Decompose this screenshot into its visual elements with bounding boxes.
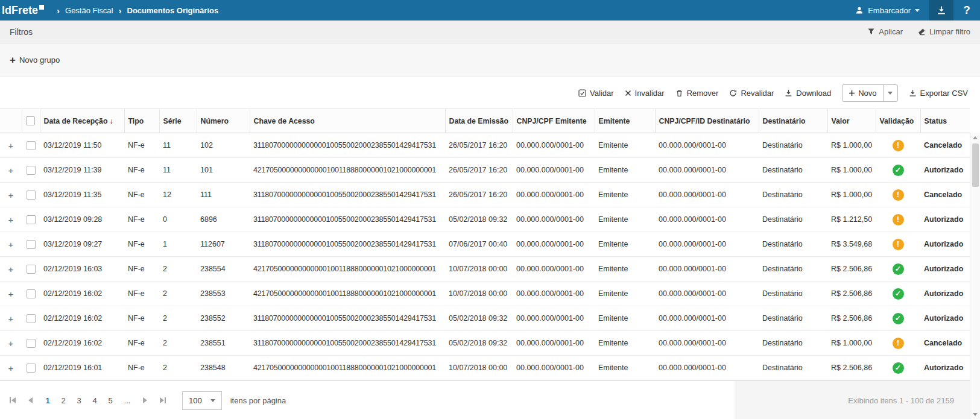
vertical-scrollbar[interactable] xyxy=(970,133,980,419)
scroll-down-icon xyxy=(973,413,978,416)
page-button-5[interactable]: 5 xyxy=(103,392,118,409)
expand-row-button[interactable]: + xyxy=(8,338,14,348)
page-button-1[interactable]: 1 xyxy=(40,392,55,409)
validate-button[interactable]: Validar xyxy=(578,89,614,98)
page-button-3[interactable]: 3 xyxy=(71,392,87,409)
row-checkbox[interactable] xyxy=(27,166,36,175)
col-validacao[interactable]: Validação xyxy=(876,109,920,133)
user-menu[interactable]: Embarcador xyxy=(846,0,929,20)
cell-serie: 1 xyxy=(159,232,197,257)
scroll-up-button[interactable] xyxy=(970,133,980,142)
breadcrumb-documentos-originarios[interactable]: Documentos Originários xyxy=(127,6,219,15)
cell-chave-de-acesso: 4217050000000000001001188800000010210000… xyxy=(250,356,445,380)
cell-chave-de-acesso: 4217050000000000001001188800000010210000… xyxy=(250,282,445,306)
export-csv-button[interactable]: Exportar CSV xyxy=(909,89,968,98)
header-download-button[interactable] xyxy=(929,0,953,20)
scroll-down-button[interactable] xyxy=(970,409,980,419)
invalidate-button[interactable]: Invalidar xyxy=(625,89,665,98)
cell-valor: R$ 2.506,86 xyxy=(827,356,876,380)
prev-page-button[interactable] xyxy=(22,392,39,409)
col-valor[interactable]: Valor xyxy=(827,109,876,133)
expand-row-button[interactable]: + xyxy=(8,140,14,151)
breadcrumb-gestao-fiscal[interactable]: Gestão Fiscal xyxy=(65,6,113,15)
page-size-select[interactable]: 100 xyxy=(182,391,222,410)
remove-button[interactable]: Remover xyxy=(675,89,719,98)
col-data-emissao[interactable]: Data de Emissão xyxy=(445,109,513,133)
cell-emitente: Emitente xyxy=(595,282,655,306)
expand-row-button[interactable]: + xyxy=(8,190,14,200)
table-row: + 02/12/2019 16:02 NF-e 2 238551 3118070… xyxy=(0,331,970,356)
validate-label: Validar xyxy=(590,89,614,98)
download-button[interactable]: Download xyxy=(785,89,831,98)
page-button-4[interactable]: 4 xyxy=(87,392,103,409)
cell-chave-de-acesso: 3118070000000000001005500200023855014294… xyxy=(250,207,445,232)
next-page-icon xyxy=(143,397,147,403)
row-checkbox[interactable] xyxy=(27,141,36,150)
revalidate-button[interactable]: Revalidar xyxy=(729,89,774,98)
col-tipo[interactable]: Tipo xyxy=(124,109,159,133)
first-page-button[interactable] xyxy=(4,392,21,409)
pagination-bar: 12345 ... 100 itens por página Exibindo … xyxy=(0,380,970,419)
new-group-button[interactable]: + Novo grupo xyxy=(10,55,60,65)
col-cnpj-destinatario[interactable]: CNPJ/CPF/ID Destinatário xyxy=(655,109,759,133)
cell-emitente: Emitente xyxy=(595,158,655,183)
app-logo[interactable]: ldFrete xyxy=(2,4,44,17)
documents-table: Data de Recepção↓ Tipo Série Número Chav… xyxy=(0,109,970,380)
row-checkbox[interactable] xyxy=(27,240,36,249)
new-button-dropdown[interactable] xyxy=(883,85,897,101)
row-checkbox[interactable] xyxy=(27,314,36,323)
cell-chave-de-acesso: 3118070000000000001005500200023855014294… xyxy=(250,183,445,207)
apply-filter-button[interactable]: Aplicar xyxy=(867,27,903,36)
row-checkbox[interactable] xyxy=(27,289,36,298)
cell-numero: 238553 xyxy=(197,282,250,306)
topbar-actions: Embarcador ? xyxy=(846,0,980,20)
last-page-button[interactable] xyxy=(154,392,171,409)
col-status[interactable]: Status xyxy=(920,109,970,133)
cell-data-recepcao: 03/12/2019 11:50 xyxy=(40,133,124,158)
row-checkbox[interactable] xyxy=(27,265,36,274)
cell-chave-de-acesso: 4217050000000000001001188800000010210000… xyxy=(250,257,445,282)
cell-numero: 111 xyxy=(197,183,250,207)
expand-row-button[interactable]: + xyxy=(8,289,14,299)
row-checkbox[interactable] xyxy=(27,339,36,348)
cell-tipo: NF-e xyxy=(124,207,159,232)
expand-row-button[interactable]: + xyxy=(8,239,14,250)
help-button[interactable]: ? xyxy=(953,0,980,20)
cell-cnpj-emitente: 00.000.000/0001-00 xyxy=(513,331,595,356)
page-ellipsis-button[interactable]: ... xyxy=(119,392,135,409)
col-serie[interactable]: Série xyxy=(159,109,197,133)
cell-destinatario: Destinatário xyxy=(759,133,827,158)
expand-row-button[interactable]: + xyxy=(8,165,14,175)
row-checkbox[interactable] xyxy=(27,215,36,224)
expand-row-button[interactable]: + xyxy=(8,313,14,324)
page-button-2[interactable]: 2 xyxy=(55,392,71,409)
expand-row-button[interactable]: + xyxy=(8,264,14,274)
col-numero[interactable]: Número xyxy=(197,109,250,133)
expand-row-button[interactable]: + xyxy=(8,363,14,373)
new-group-label: Novo grupo xyxy=(19,55,60,65)
cell-serie: 2 xyxy=(159,331,197,356)
expand-row-button[interactable]: + xyxy=(8,215,14,225)
col-data-recepcao[interactable]: Data de Recepção↓ xyxy=(40,109,124,133)
table-row: + 02/12/2019 16:03 NF-e 2 238554 4217050… xyxy=(0,257,970,282)
cell-destinatario: Destinatário xyxy=(759,232,827,257)
cell-chave-de-acesso: 3118070000000000001005500200023855014294… xyxy=(250,133,445,158)
scrollbar-thumb[interactable] xyxy=(972,143,979,187)
col-emitente[interactable]: Emitente xyxy=(595,109,655,133)
cell-emitente: Emitente xyxy=(595,356,655,380)
new-button[interactable]: Novo xyxy=(842,85,882,101)
download-label: Download xyxy=(796,89,831,98)
select-all-checkbox[interactable] xyxy=(26,116,35,125)
col-destinatario[interactable]: Destinatário xyxy=(759,109,827,133)
table-row: + 02/12/2019 16:02 NF-e 2 238553 4217050… xyxy=(0,282,970,306)
next-page-button[interactable] xyxy=(136,392,153,409)
col-chave-de-acesso[interactable]: Chave de Acesso xyxy=(250,109,445,133)
cell-tipo: NF-e xyxy=(124,133,159,158)
plus-icon: + xyxy=(10,55,16,65)
row-checkbox[interactable] xyxy=(27,364,36,373)
col-cnpj-emitente[interactable]: CNPJ/CPF Emitente xyxy=(513,109,595,133)
cell-emitente: Emitente xyxy=(595,133,655,158)
clear-filter-button[interactable]: Limpar filtro xyxy=(917,27,970,36)
cell-numero: 102 xyxy=(197,133,250,158)
row-checkbox[interactable] xyxy=(27,191,36,200)
